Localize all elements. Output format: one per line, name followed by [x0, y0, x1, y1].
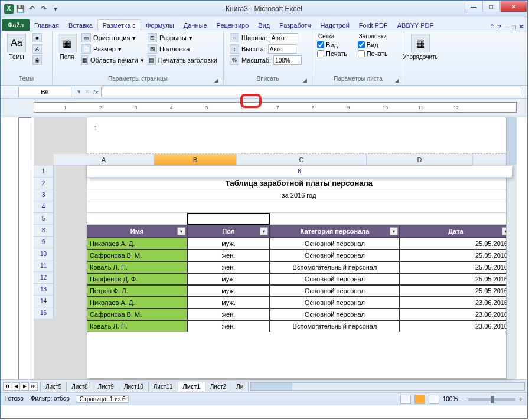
printtitles-button[interactable]: ▤Печатать заголовки [145, 55, 220, 65]
horizontal-ruler[interactable]: 123456789101112 [34, 102, 517, 113]
sheet-tab-Лист1[interactable]: Лист1 [178, 382, 205, 391]
cell-date-2[interactable]: 25.05.2016 [400, 261, 512, 273]
tab-foxit[interactable]: Foxit PDF [354, 20, 393, 31]
tab-home[interactable]: Главная [30, 20, 64, 31]
cell-category-0[interactable]: Основной персонал [270, 238, 400, 250]
tab-addins[interactable]: Надстрой [315, 20, 354, 31]
row-header-11[interactable]: 11 [34, 260, 53, 272]
cell-category-3[interactable]: Основной персонал [270, 273, 400, 285]
sheet-tab-Лист10[interactable]: Лист10 [119, 382, 149, 391]
mdi-close-icon[interactable]: ✕ [518, 23, 524, 31]
cell-gender-1[interactable]: жен. [187, 250, 270, 261]
table-subtitle[interactable]: за 2016 год [87, 189, 512, 201]
tab-formulas[interactable]: Формулы [141, 20, 179, 31]
maximize-button[interactable]: □ [482, 1, 500, 12]
theme-colors-button[interactable]: ■ [30, 32, 44, 43]
breaks-button[interactable]: ⊟Разрывы ▾ [145, 32, 220, 43]
row-header-2[interactable]: 2 [34, 178, 53, 189]
zoom-in-button[interactable]: + [519, 396, 523, 402]
undo-icon[interactable]: ↶ [27, 4, 37, 14]
view-layout-button[interactable] [414, 395, 425, 404]
row-header-6[interactable]: 6 [87, 166, 512, 178]
sheet-tab-Лист9[interactable]: Лист9 [93, 382, 119, 391]
orientation-button[interactable]: ▭Ориентация ▾ [79, 32, 144, 43]
hscroll-thumb[interactable] [251, 383, 292, 390]
sheet-tab-Лист11[interactable]: Лист11 [148, 382, 178, 391]
cell-name-5[interactable]: Николаев А. Д. [87, 297, 187, 309]
sheet-tab-Лист2[interactable]: Лист2 [205, 382, 231, 391]
size-button[interactable]: 📄Размер ▾ [79, 44, 144, 54]
minimize-button[interactable]: — [465, 1, 482, 12]
table-header-0[interactable]: Имя▾ [87, 225, 187, 238]
row-header-3[interactable]: 3 [34, 189, 53, 201]
help-icon[interactable]: ? [497, 24, 501, 31]
zoom-out-button[interactable]: − [461, 396, 465, 402]
tab-insert[interactable]: Вставка [64, 20, 97, 31]
background-button[interactable]: ▨Подложка [145, 44, 220, 54]
row-header-8[interactable]: 8 [34, 225, 53, 237]
page-header[interactable]: 1 [87, 117, 512, 154]
cell-gender-6[interactable]: жен. [187, 309, 270, 320]
qat-more-icon[interactable]: ▾ [50, 4, 61, 14]
name-box[interactable]: B6 [18, 87, 71, 97]
cell-name-2[interactable]: Коваль Л. П. [87, 261, 187, 273]
cell-grid[interactable]: Таблица заработной платы персоналаза 201… [87, 154, 512, 378]
pagesetup-launcher[interactable]: ◢ [213, 77, 220, 84]
table-header-2[interactable]: Категория персонала▾ [270, 225, 400, 238]
arrange-button[interactable]: ▦ Упорядочить [408, 32, 433, 76]
tab-abbyy[interactable]: ABBYY PDF [393, 20, 439, 31]
vertical-scrollbar[interactable] [506, 117, 517, 379]
mdi-restore-icon[interactable]: □ [512, 24, 516, 31]
filter-dropdown-icon[interactable]: ▾ [177, 227, 185, 235]
fit-height-input[interactable] [268, 44, 296, 54]
filter-dropdown-icon[interactable]: ▾ [260, 227, 268, 235]
vscroll-thumb[interactable] [507, 117, 517, 165]
sheet-tab-Ли[interactable]: Ли [231, 382, 249, 391]
cell-name-3[interactable]: Парфенов Д. Ф. [87, 273, 187, 285]
tab-nav-first-icon[interactable]: ⏮ [3, 382, 11, 391]
cell-date-1[interactable]: 25.05.2016 [400, 250, 512, 261]
printarea-button[interactable]: ▦Область печати ▾ [79, 55, 144, 65]
row-header-9[interactable]: 9 [34, 237, 53, 248]
fit-launcher[interactable]: ◢ [301, 77, 308, 84]
tab-nav-last-icon[interactable]: ⏭ [30, 382, 38, 391]
tab-nav-next-icon[interactable]: ▶ [21, 382, 29, 391]
sheet-tab-Лист8[interactable]: Лист8 [66, 382, 93, 391]
fit-width-input[interactable] [270, 33, 298, 42]
selected-cell[interactable] [187, 213, 270, 225]
col-header-D[interactable]: D [367, 154, 473, 166]
cell-date-3[interactable]: 25.05.2016 [400, 273, 512, 285]
row-6-blank[interactable] [87, 213, 512, 225]
cell-name-7[interactable]: Коваль Л. П. [87, 320, 187, 332]
cell-date-5[interactable]: 23.06.2016 [400, 297, 512, 309]
grid-view-check[interactable]: Вид [316, 41, 355, 49]
cell-date-6[interactable]: 23.06.2016 [400, 309, 512, 320]
cell-category-4[interactable]: Основной персонал [270, 285, 400, 297]
cell-gender-3[interactable]: муж. [187, 273, 270, 285]
table-title[interactable]: Таблица заработной платы персонала [87, 178, 512, 189]
row-header-12[interactable]: 12 [34, 272, 53, 284]
cell-name-1[interactable]: Сафронова В. М. [87, 250, 187, 261]
mdi-min-icon[interactable]: — [503, 24, 510, 31]
fit-scale-input[interactable] [273, 55, 302, 65]
theme-effects-button[interactable]: ◉ [30, 55, 44, 65]
cell-gender-2[interactable]: жен. [187, 261, 270, 273]
row-header-4[interactable]: 4 [34, 201, 53, 213]
theme-fonts-button[interactable]: A [30, 44, 44, 54]
cell-category-6[interactable]: Основной персонал [270, 309, 400, 320]
tab-view[interactable]: Вид [253, 20, 275, 31]
cell-date-4[interactable]: 25.05.2016 [400, 285, 512, 297]
zoom-thumb[interactable] [491, 396, 494, 403]
sheetopts-launcher[interactable]: ◢ [393, 77, 400, 84]
view-normal-button[interactable] [400, 395, 411, 404]
cell-name-4[interactable]: Петров Ф. Л. [87, 285, 187, 297]
zoom-slider[interactable] [468, 398, 515, 401]
tab-nav-prev-icon[interactable]: ◀ [12, 382, 20, 391]
headings-print-check[interactable]: Печать [357, 50, 400, 58]
close-button[interactable]: ✕ [500, 1, 527, 12]
tab-file[interactable]: Файл [2, 19, 30, 31]
row-header-10[interactable]: 10 [34, 248, 53, 260]
horizontal-scrollbar[interactable] [250, 382, 525, 391]
vertical-ruler[interactable] [18, 117, 31, 379]
view-pagebreak-button[interactable] [429, 395, 439, 404]
